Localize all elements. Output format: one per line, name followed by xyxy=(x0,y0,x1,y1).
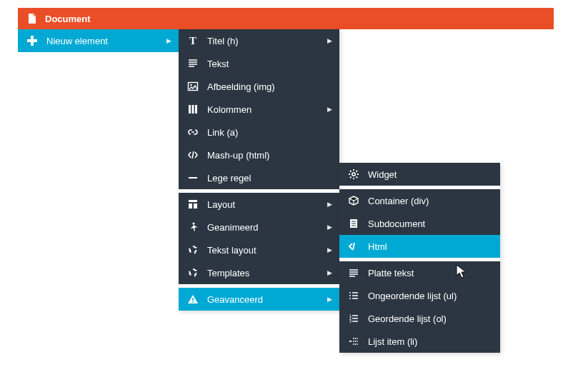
chevron-right-icon: ▶ xyxy=(327,201,332,208)
document-bar[interactable]: Document xyxy=(18,8,554,29)
plus-icon xyxy=(25,35,39,46)
menu-item-label: Subdocument xyxy=(368,218,425,229)
box-icon xyxy=(347,195,361,206)
menu-level2: Titel (h)▶TekstAfbeelding (img)Kolommen▶… xyxy=(179,29,339,311)
menu-item-label: Platte tekst xyxy=(368,268,414,278)
menu-item-label: Ongeordende lijst (ul) xyxy=(368,291,457,301)
walk-icon xyxy=(186,221,200,233)
ol-icon xyxy=(347,313,361,324)
chevron-right-icon: ▶ xyxy=(327,223,332,231)
menu-item-label: Geavanceerd xyxy=(207,294,263,305)
tekst-icon xyxy=(186,58,200,69)
document-label: Document xyxy=(45,14,91,24)
recycle-icon xyxy=(186,267,200,278)
menu-item-titel-h[interactable]: Titel (h)▶ xyxy=(179,29,339,52)
menu-item-geanimeerd[interactable]: Geanimeerd▶ xyxy=(179,216,339,238)
menu-item-label: Widget xyxy=(368,169,397,180)
menu-item-layout[interactable]: Layout▶ xyxy=(179,193,339,216)
menu-item-container-div[interactable]: Container (div) xyxy=(339,189,500,212)
document-icon xyxy=(25,13,39,24)
menu-level1: Nieuw element ▶ xyxy=(18,29,179,52)
menu-item-label: Titel (h) xyxy=(207,36,239,46)
nieuw-element-label: Nieuw element xyxy=(46,36,108,46)
menu-item-label: Link (a) xyxy=(207,127,238,138)
menu-item-label: Html xyxy=(368,241,387,252)
chevron-right-icon: ▶ xyxy=(327,246,332,253)
menu-item-label: Container (div) xyxy=(368,196,429,206)
menu-item-label: Afbeelding (img) xyxy=(207,81,275,92)
menu-item-geordende-lijst-ol[interactable]: Geordende lijst (ol) xyxy=(339,307,500,330)
menu-item-afbeelding-img[interactable]: Afbeelding (img) xyxy=(179,75,339,98)
link-icon xyxy=(186,126,200,138)
menu-item-tekst-layout[interactable]: Tekst layout▶ xyxy=(179,238,339,261)
menu-item-templates[interactable]: Templates▶ xyxy=(179,261,339,284)
titel-icon xyxy=(186,35,200,46)
menu-item-label: Layout xyxy=(207,199,235,210)
ul-icon xyxy=(347,290,361,301)
menu-item-platte-tekst[interactable]: Platte tekst xyxy=(339,261,500,284)
chevron-right-icon: ▶ xyxy=(327,106,332,113)
codeclose-icon xyxy=(347,241,361,252)
menu-level3: WidgetContainer (div)SubdocumentHtmlPlat… xyxy=(339,163,500,353)
menu-item-label: Lege regel xyxy=(207,173,251,184)
chevron-right-icon: ▶ xyxy=(327,269,332,276)
nieuw-element-item[interactable]: Nieuw element ▶ xyxy=(18,29,179,52)
chevron-right-icon: ▶ xyxy=(166,37,171,44)
chevron-right-icon: ▶ xyxy=(327,37,332,44)
menu-item-kolommen[interactable]: Kolommen▶ xyxy=(179,98,339,121)
menu-item-label: Kolommen xyxy=(207,104,251,115)
layout-icon xyxy=(186,198,200,210)
minus-icon xyxy=(186,172,200,184)
menu-item-html[interactable]: Html xyxy=(339,235,500,258)
menu-item-ongeordende-lijst-ul[interactable]: Ongeordende lijst (ul) xyxy=(339,284,500,307)
menu-item-label: Mash-up (html) xyxy=(207,150,269,161)
warn-icon xyxy=(186,293,200,305)
menu-item-tekst[interactable]: Tekst xyxy=(179,52,339,75)
menu-item-link-a[interactable]: Link (a) xyxy=(179,121,339,144)
doc-icon xyxy=(347,218,361,229)
menu-item-mash-up-html[interactable]: Mash-up (html) xyxy=(179,144,339,166)
menu-item-geavanceerd[interactable]: Geavanceerd▶ xyxy=(179,288,339,311)
menu-item-label: Lijst item (li) xyxy=(368,336,417,347)
menu-item-lijst-item-li[interactable]: Lijst item (li) xyxy=(339,330,500,353)
menu-item-widget[interactable]: Widget xyxy=(339,163,500,186)
recycle-icon xyxy=(186,244,200,256)
menu-item-lege-regel[interactable]: Lege regel xyxy=(179,166,339,189)
chevron-right-icon: ▶ xyxy=(327,296,332,303)
code-icon xyxy=(186,149,200,161)
li-icon xyxy=(347,336,361,347)
columns-icon xyxy=(186,104,200,115)
menu-item-label: Geanimeerd xyxy=(207,222,259,233)
menu-item-label: Tekst xyxy=(207,59,229,69)
gear-icon xyxy=(347,169,361,180)
menu-item-label: Tekst layout xyxy=(207,245,256,256)
menu-item-subdocument[interactable]: Subdocument xyxy=(339,212,500,235)
menu-item-label: Templates xyxy=(207,268,249,278)
menu-item-label: Geordende lijst (ol) xyxy=(368,313,447,324)
image-icon xyxy=(186,81,200,92)
lines-icon xyxy=(347,267,361,278)
